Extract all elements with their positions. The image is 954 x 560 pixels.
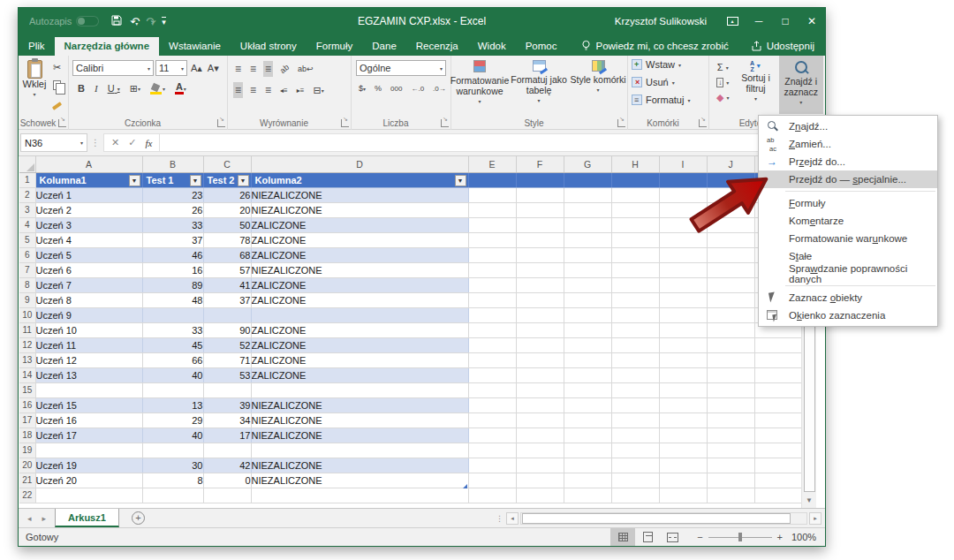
zoom-slider[interactable] xyxy=(708,537,772,538)
align-bottom-button[interactable]: ≡ xyxy=(263,61,273,77)
cell[interactable]: ZALICZONE xyxy=(251,352,468,367)
wrap-text-button[interactable]: ab↩ xyxy=(296,61,315,77)
filter-dropdown-icon[interactable]: ▼ xyxy=(190,175,201,186)
cell[interactable] xyxy=(707,307,754,322)
cell[interactable] xyxy=(564,277,611,292)
ribbon-tab[interactable]: Plik xyxy=(19,37,55,56)
ribbon-tab[interactable]: Układ strony xyxy=(231,37,307,56)
clear-button[interactable]: ◆ ▾ xyxy=(715,91,731,103)
cell[interactable] xyxy=(754,352,802,367)
grow-font-button[interactable]: A▴ xyxy=(189,60,204,76)
ribbon-tab[interactable]: Recenzja xyxy=(406,37,468,56)
column-header[interactable]: J xyxy=(707,156,754,172)
cell[interactable] xyxy=(516,247,564,262)
cell[interactable] xyxy=(564,202,611,217)
menu-item[interactable]: Okienko zaznaczenia xyxy=(759,306,937,324)
menu-item[interactable]: Zaznacz obiekty xyxy=(759,289,937,306)
scroll-left-icon[interactable]: ◂ xyxy=(506,512,519,525)
cell[interactable]: 26 xyxy=(142,202,203,217)
cell[interactable]: Uczeń 1 xyxy=(35,187,142,202)
cell[interactable]: 23 xyxy=(142,187,203,202)
cell[interactable]: 66 xyxy=(142,352,203,367)
cell[interactable]: NIEZALICZONE xyxy=(251,262,468,277)
cell[interactable] xyxy=(754,397,802,412)
cell[interactable]: Uczeń 17 xyxy=(35,428,142,443)
prev-sheet-button[interactable]: ◂ xyxy=(27,514,32,523)
cell[interactable] xyxy=(659,488,707,503)
sheet-tab-active[interactable]: Arkusz1 xyxy=(55,509,119,527)
cell[interactable]: 78 xyxy=(203,232,251,247)
cell[interactable]: 40 xyxy=(142,428,203,443)
ribbon-tab[interactable]: Narzędzia główne xyxy=(55,37,160,56)
cell[interactable] xyxy=(468,382,516,397)
font-size-select[interactable]: 11▾ xyxy=(155,60,187,76)
cell[interactable] xyxy=(707,337,754,352)
cell[interactable] xyxy=(516,412,564,428)
cell[interactable] xyxy=(516,232,564,247)
ribbon-display-options-button[interactable]: ▴ xyxy=(719,8,746,34)
cell[interactable]: 57 xyxy=(203,262,251,277)
cell[interactable] xyxy=(203,488,251,503)
cell[interactable] xyxy=(203,443,251,458)
cell[interactable]: 29 xyxy=(142,412,203,428)
customize-qat-button[interactable]: ▾ xyxy=(162,17,166,26)
cell[interactable] xyxy=(516,367,564,382)
style-button[interactable]: Style komórki ▾ xyxy=(570,56,626,114)
increase-decimal-button[interactable]: ←.0 xyxy=(409,80,426,96)
cell[interactable] xyxy=(659,443,707,458)
table-header-cell[interactable]: Test 2▼ xyxy=(203,172,251,187)
cell[interactable] xyxy=(516,292,564,307)
cell[interactable] xyxy=(468,172,516,187)
cell[interactable] xyxy=(564,412,611,428)
cell[interactable] xyxy=(611,352,659,367)
format-painter-button[interactable] xyxy=(50,95,64,110)
cell[interactable]: Uczeń 16 xyxy=(35,412,142,428)
cell[interactable]: Uczeń 3 xyxy=(35,217,142,232)
cell[interactable] xyxy=(142,307,203,322)
row-header[interactable]: 3 xyxy=(19,202,35,217)
row-header[interactable]: 19 xyxy=(19,443,35,458)
cell[interactable] xyxy=(564,217,611,232)
cell[interactable] xyxy=(564,172,611,187)
cell[interactable] xyxy=(142,443,203,458)
ribbon-tab[interactable]: Formuły xyxy=(307,37,363,56)
toggle-switch-icon[interactable] xyxy=(76,16,99,26)
cell[interactable] xyxy=(611,292,659,307)
cell[interactable] xyxy=(611,202,659,217)
cell[interactable] xyxy=(707,397,754,412)
cell[interactable] xyxy=(516,307,564,322)
cell[interactable] xyxy=(516,217,564,232)
row-header[interactable]: 6 xyxy=(19,247,35,262)
cell[interactable] xyxy=(203,382,251,397)
column-header[interactable]: B xyxy=(142,156,203,172)
cell[interactable] xyxy=(659,277,707,292)
cell[interactable] xyxy=(707,443,754,458)
shrink-font-button[interactable]: A▾ xyxy=(206,60,221,76)
increase-indent-button[interactable]: ▸≡ xyxy=(295,82,307,98)
cell[interactable] xyxy=(468,337,516,352)
redo-button[interactable]: ↷▾ xyxy=(146,15,154,28)
row-header[interactable]: 4 xyxy=(19,217,35,232)
cell[interactable] xyxy=(707,187,754,202)
confirm-entry-button[interactable]: ✓ xyxy=(128,137,136,148)
column-header[interactable]: E xyxy=(468,156,516,172)
cell[interactable]: Uczeń 15 xyxy=(35,397,142,412)
cell[interactable] xyxy=(659,412,707,428)
cell[interactable]: NIEZALICZONE xyxy=(251,412,468,428)
cell[interactable] xyxy=(468,397,516,412)
horizontal-scrollbar[interactable]: ⋮ ◂ ▸ xyxy=(496,509,825,527)
undo-button[interactable]: ↶▾ xyxy=(130,15,138,28)
row-header[interactable]: 20 xyxy=(19,458,35,473)
cell[interactable] xyxy=(659,337,707,352)
cell[interactable]: 30 xyxy=(142,458,203,473)
ribbon-tab[interactable]: Wstawianie xyxy=(159,37,231,56)
underline-button[interactable]: U ▾ xyxy=(106,80,122,96)
cell[interactable] xyxy=(707,172,754,187)
cell[interactable] xyxy=(611,428,659,443)
cell[interactable] xyxy=(707,412,754,428)
cell[interactable]: Uczeń 7 xyxy=(35,277,142,292)
cell[interactable] xyxy=(516,187,564,202)
cells-button[interactable]: Formatuj ▾ xyxy=(628,91,708,109)
row-header[interactable]: 5 xyxy=(19,232,35,247)
cell[interactable] xyxy=(35,488,142,503)
